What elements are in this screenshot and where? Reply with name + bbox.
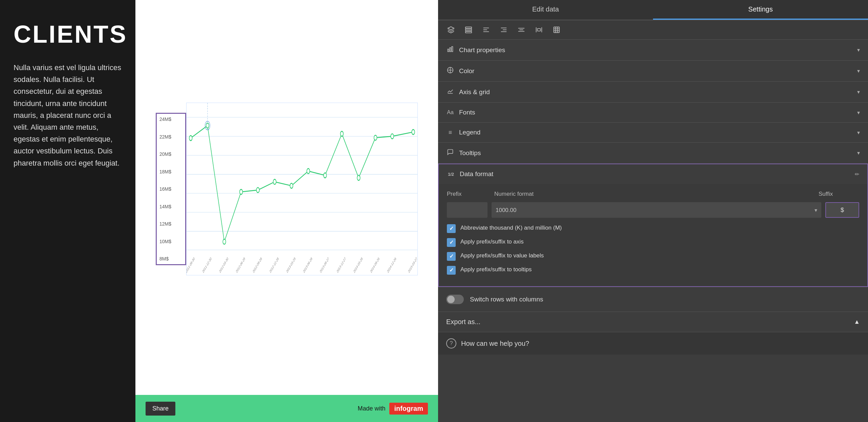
chart-properties-icon — [446, 46, 454, 54]
numeric-col-header: Numeric format — [494, 191, 819, 197]
checkbox-abbreviate-label: Abbreviate thousand (K) and million (M) — [460, 224, 562, 232]
data-format-label: Data format — [460, 170, 493, 178]
fonts-icon: Aa — [446, 109, 454, 115]
svg-text:2012-03-30: 2012-03-30 — [219, 256, 229, 274]
fonts-header[interactable]: Aa Fonts ▾ — [438, 103, 868, 122]
tooltips-header[interactable]: Tooltips ▾ — [438, 143, 868, 163]
help-label: How can we help you? — [461, 340, 529, 347]
checkbox-abbreviate: Abbreviate thousand (K) and million (M) — [447, 224, 859, 233]
svg-text:2012-12-28: 2012-12-28 — [269, 256, 279, 274]
color-label: Color — [459, 67, 474, 75]
svg-point-11 — [240, 189, 243, 194]
numeric-select-wrapper: 1000.00 1,000.00 1000 1,000 — [492, 202, 821, 218]
y-label-6: 12M$ — [159, 221, 182, 227]
data-format-header[interactable]: 1/2 Data format ✏ — [439, 164, 867, 184]
y-label-8: 8M$ — [159, 256, 182, 261]
data-format-section: 1/2 Data format ✏ Prefix Numeric format … — [438, 164, 868, 287]
checkbox-prefix-axis-label: Apply prefix/suffix to axis — [460, 238, 524, 246]
color-section: Color ▾ — [438, 61, 868, 82]
checkbox-prefix-tooltips-label: Apply prefix/suffix to tooltips — [460, 266, 531, 274]
export-bar[interactable]: Export as... ▲ — [438, 312, 868, 332]
checkbox-abbreviate-toggle[interactable] — [447, 224, 456, 233]
svg-text:2014-09-26: 2014-09-26 — [370, 256, 380, 274]
tab-settings[interactable]: Settings — [653, 0, 868, 20]
format-column-headers: Prefix Numeric format Suffix — [447, 191, 859, 197]
left-panel: CLIENTS Nulla varius est vel ligula ultr… — [0, 0, 135, 422]
svg-point-8 — [189, 135, 192, 141]
svg-point-17 — [340, 131, 343, 136]
legend-chevron: ▾ — [857, 129, 860, 136]
tab-edit-data[interactable]: Edit data — [438, 0, 653, 20]
table-icon[interactable] — [550, 24, 563, 36]
axis-grid-chevron: ▾ — [857, 89, 860, 95]
y-label-1: 22M$ — [159, 134, 182, 140]
tooltips-icon — [446, 149, 454, 157]
checkbox-prefix-tooltips-toggle[interactable] — [447, 266, 456, 275]
align-right-icon[interactable] — [498, 24, 510, 36]
axis-grid-label: Axis & grid — [459, 88, 490, 96]
share-button[interactable]: Share — [146, 402, 175, 416]
svg-text:2012-06-29: 2012-06-29 — [235, 256, 245, 274]
bottom-bar: Share Made with infogram — [135, 395, 438, 422]
checkbox-prefix-labels: Apply prefix/suffix to value labels — [447, 252, 859, 261]
svg-text:2013-03-29: 2013-03-29 — [286, 256, 296, 274]
svg-text:2013-06-28: 2013-06-28 — [303, 256, 313, 274]
chart-properties-section: Chart properties ▾ — [438, 40, 868, 61]
svg-point-14 — [290, 183, 293, 188]
checkbox-prefix-axis: Apply prefix/suffix to axis — [447, 238, 859, 247]
tooltips-chevron: ▾ — [857, 150, 860, 156]
svg-point-13 — [273, 179, 276, 184]
prefix-input[interactable] — [447, 202, 487, 218]
checkbox-prefix-axis-toggle[interactable] — [447, 238, 456, 247]
layers-icon[interactable] — [445, 24, 457, 36]
data-format-edit-icon[interactable]: ✏ — [855, 171, 859, 177]
svg-point-18 — [357, 175, 360, 181]
align-left-icon[interactable] — [480, 24, 492, 36]
svg-rect-61 — [452, 47, 453, 52]
chart-properties-chevron: ▾ — [857, 47, 860, 53]
svg-point-15 — [307, 169, 310, 174]
help-bar[interactable]: ? How can we help you? — [438, 332, 868, 355]
svg-rect-54 — [554, 27, 560, 33]
switch-rows-toggle[interactable] — [446, 295, 464, 304]
color-icon — [446, 67, 454, 75]
switch-rows-row: Switch rows with columns — [438, 287, 868, 312]
svg-rect-60 — [450, 48, 451, 52]
svg-text:2011-09-30: 2011-09-30 — [187, 256, 195, 274]
suffix-input[interactable] — [825, 202, 859, 218]
prefix-col-header: Prefix — [447, 191, 494, 197]
chart-svg-wrapper: 2011-09-30 2011-12-30 2012-03-30 2012-06… — [186, 103, 418, 275]
svg-rect-59 — [448, 49, 449, 52]
numeric-format-select[interactable]: 1000.00 1,000.00 1000 1,000 — [492, 202, 821, 218]
chart-container: 24M$ 22M$ 20M$ 18M$ 16M$ 14M$ 12M$ 10M$ … — [156, 103, 418, 292]
svg-point-19 — [374, 135, 377, 140]
distribute-icon[interactable] — [533, 24, 545, 36]
infogram-badge: infogram — [389, 403, 428, 415]
y-axis-box: 24M$ 22M$ 20M$ 18M$ 16M$ 14M$ 12M$ 10M$ … — [156, 113, 186, 265]
legend-header[interactable]: ≡ Legend ▾ — [438, 123, 868, 142]
icon-toolbar — [438, 20, 868, 40]
stack-icon[interactable] — [462, 24, 475, 36]
page-title: CLIENTS — [14, 20, 122, 48]
made-with-text: Made with — [357, 405, 385, 412]
export-chevron-icon: ▲ — [854, 318, 860, 325]
y-label-7: 10M$ — [159, 239, 182, 244]
svg-marker-38 — [448, 27, 454, 30]
svg-text:2013-12-27: 2013-12-27 — [336, 256, 346, 274]
export-label: Export as... — [446, 318, 480, 326]
axis-grid-section: Axis & grid ▾ — [438, 82, 868, 103]
svg-text:2011-12-30: 2011-12-30 — [202, 256, 212, 274]
axis-grid-header[interactable]: Axis & grid ▾ — [438, 82, 868, 102]
align-center-icon[interactable] — [515, 24, 527, 36]
legend-label: Legend — [459, 129, 480, 136]
svg-point-12 — [256, 188, 259, 193]
svg-rect-41 — [465, 31, 472, 33]
color-chevron: ▾ — [857, 68, 860, 74]
made-with-section: Made with infogram — [357, 403, 428, 415]
chart-svg: 2011-09-30 2011-12-30 2012-03-30 2012-06… — [187, 103, 417, 275]
legend-section: ≡ Legend ▾ — [438, 123, 868, 143]
color-header[interactable]: Color ▾ — [438, 61, 868, 81]
checkbox-prefix-labels-toggle[interactable] — [447, 252, 456, 261]
chart-properties-header[interactable]: Chart properties ▾ — [438, 40, 868, 60]
svg-rect-39 — [465, 27, 472, 29]
